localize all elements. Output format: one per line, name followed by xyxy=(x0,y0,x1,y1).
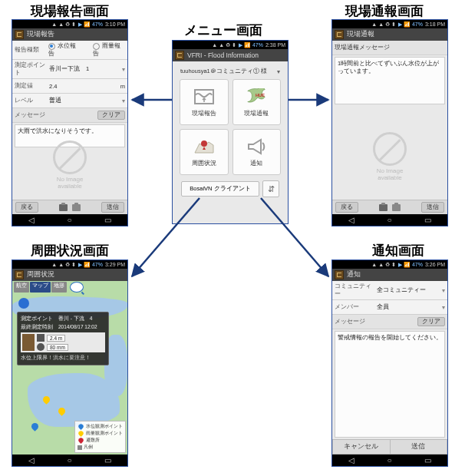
row-level[interactable]: レベル 普通 ▾ xyxy=(12,94,127,108)
row-point[interactable]: 測定ポイント 香川ー下流 1 ▾ xyxy=(12,60,127,79)
nav-back-icon[interactable]: ◁ xyxy=(348,457,355,464)
status-time: 3:18 PM xyxy=(425,21,445,27)
radio-rain[interactable]: 雨量報告 xyxy=(93,42,125,58)
radio-water[interactable]: 水位報告 xyxy=(48,42,81,58)
app-icon xyxy=(15,270,24,279)
map-tabs: 航空 マップ 地形 xyxy=(14,282,84,293)
tile-notice[interactable]: 通知 xyxy=(232,129,282,175)
row-community[interactable]: コミュニティー 全コミュニティー ▾ xyxy=(332,281,447,300)
nav-recent-icon[interactable]: ▭ xyxy=(424,217,431,224)
rain-icon xyxy=(37,343,45,351)
statusbar: ▲ ▲ ♻ ⬍ ▶ 📶 47% 3:18 PM xyxy=(332,20,447,28)
nav-recent-icon[interactable]: ▭ xyxy=(104,217,111,224)
popup-point: 測定ポイント 香川 - 下流 4 xyxy=(21,316,105,322)
status-time: 3:26 PM xyxy=(425,262,445,267)
status-time: 2:38 PM xyxy=(265,42,285,48)
menu-body: tuuhousya1＠コミュニティ① 様 ▾ 現場報告 HUE 現場通報 周囲 xyxy=(173,61,288,223)
bottom-bar: 戻る 送信 xyxy=(332,200,447,214)
phone-report: ▲ ▲ ♻ ⬍ ▶ 📶 47% 3:10 PM 現場報告 報告種類 水位報告 雨… xyxy=(12,19,128,226)
clear-button[interactable]: クリア xyxy=(417,317,445,326)
message-input[interactable]: 1時間前と比べてずいぶん水位が上がっています。 xyxy=(335,57,445,104)
popup-val1: 2.4 m xyxy=(47,335,65,342)
surround-icon xyxy=(193,137,215,156)
row-member[interactable]: メンバー 全員 ▾ xyxy=(332,300,447,315)
phone-surround: ▲ ▲ ♻ ⬍ ▶ 📶 47% 3:29 PM 周囲状況 航空 マップ 地形 測… xyxy=(12,259,128,467)
nav-home-icon[interactable]: ○ xyxy=(67,457,71,464)
camera-icon[interactable] xyxy=(72,204,81,211)
legend-item: 雨量観測ポイント xyxy=(86,430,123,437)
back-button[interactable]: 戻る xyxy=(15,202,38,213)
nav-back-icon[interactable]: ◁ xyxy=(28,457,35,464)
map-body[interactable]: 航空 マップ 地形 測定ポイント 香川 - 下流 4 最終測定時刻 2014/0… xyxy=(12,281,127,455)
statusbar: ▲ ▲ ♻ ⬍ ▶ 📶 47% 3:26 PM xyxy=(332,260,447,269)
status-icons: ▲ ▲ ♻ ⬍ xyxy=(51,262,76,268)
status-signal-icon: ▶ 📶 47% xyxy=(239,42,263,48)
menu-footer: BosaiVN クライアント ⇵ xyxy=(177,177,283,200)
tile-alert[interactable]: HUE 現場通報 xyxy=(232,79,282,125)
send-button[interactable]: 送信 xyxy=(101,202,124,213)
search-icon[interactable] xyxy=(70,282,84,293)
app-icon xyxy=(175,51,184,60)
nav-recent-icon[interactable]: ▭ xyxy=(424,457,431,464)
bottom-bar: 戻る 送信 xyxy=(12,200,127,214)
nav-home-icon[interactable]: ○ xyxy=(387,217,391,224)
cancel-button[interactable]: キャンセル xyxy=(332,439,391,455)
popup-thumb xyxy=(22,334,35,351)
nav-recent-icon[interactable]: ▭ xyxy=(104,457,111,464)
nav-back-icon[interactable]: ◁ xyxy=(28,217,35,224)
clear-button[interactable]: クリア xyxy=(97,111,125,120)
screen-title: 現場報告 xyxy=(27,30,54,39)
titlebar: 現場報告 xyxy=(12,28,127,41)
row-message-header: メッセージ クリア xyxy=(332,315,447,329)
back-button[interactable]: 戻る xyxy=(335,202,358,213)
notice-body: コミュニティー 全コミュニティー ▾ メンバー 全員 ▾ メッセージ クリア 警… xyxy=(332,281,447,455)
popup-note: 水位上限界！洪水に要注意！ xyxy=(21,355,105,362)
row-message-header: メッセージ クリア xyxy=(12,108,127,123)
gallery-icon[interactable] xyxy=(59,204,68,211)
nav-back-icon[interactable]: ◁ xyxy=(348,217,355,224)
camera-icon[interactable] xyxy=(392,204,401,211)
android-navbar: ◁ ○ ▭ xyxy=(332,214,447,226)
tile-surround[interactable]: 周囲状況 xyxy=(180,129,229,175)
notice-icon xyxy=(246,137,267,156)
popup-val2: 80 mm xyxy=(47,344,68,351)
map-legend: 水位観測ポイント 雨量観測ポイント 避難所 凡例 xyxy=(74,421,126,453)
android-navbar: ◁ ○ ▭ xyxy=(12,214,127,226)
titlebar: 周囲状況 xyxy=(12,269,127,281)
status-signal-icon: ▶ 📶 47% xyxy=(398,21,423,28)
tab-map[interactable]: マップ xyxy=(30,282,51,293)
screen-title: 通知 xyxy=(347,270,361,279)
menu-grid: 現場報告 HUE 現場通報 周囲状況 通知 xyxy=(177,77,283,177)
map-popup: 測定ポイント 香川 - 下流 4 最終測定時刻 2014/08/17 12:02… xyxy=(17,312,109,365)
label-notice: 通知画面 xyxy=(372,242,424,259)
tile-report[interactable]: 現場報告 xyxy=(180,79,229,125)
chevron-down-icon[interactable]: ▾ xyxy=(277,68,280,75)
send-button[interactable]: 送信 xyxy=(421,202,444,213)
point-label: 測定ポイント xyxy=(15,61,47,77)
android-navbar: ◁ ○ ▭ xyxy=(12,455,127,466)
message-input[interactable]: 警戒情報の報告を開始してください。 xyxy=(335,331,445,438)
noimage-text: No Image available xyxy=(377,167,404,181)
community-value: 全コミュニティー xyxy=(377,286,440,294)
level-label: レベル xyxy=(15,97,47,104)
status-time: 3:10 PM xyxy=(105,21,125,27)
row-measure[interactable]: 測定値 2.4 m xyxy=(12,79,127,94)
nav-home-icon[interactable]: ○ xyxy=(67,217,71,224)
row-type: 報告種類 水位報告 雨量報告 xyxy=(12,41,127,60)
send-button[interactable]: 送信 xyxy=(391,439,448,455)
legend-item: 水位観測ポイント xyxy=(86,423,123,430)
status-signal-icon: ▶ 📶 47% xyxy=(398,262,423,268)
noimage-icon xyxy=(53,140,87,174)
tab-aerial[interactable]: 航空 xyxy=(14,282,29,293)
nav-home-icon[interactable]: ○ xyxy=(387,457,391,464)
gallery-icon[interactable] xyxy=(379,204,388,211)
type-label: 報告種類 xyxy=(15,46,46,54)
footer-button[interactable]: BosaiVN クライアント xyxy=(181,181,259,197)
status-signal-icon: ▶ 📶 47% xyxy=(78,21,103,28)
android-navbar: ◁ ○ ▭ xyxy=(332,455,447,466)
tab-terrain[interactable]: 地形 xyxy=(51,282,67,293)
alert-icon: HUE xyxy=(246,88,267,106)
no-image-placeholder: No Image available xyxy=(332,114,447,199)
settings-icon[interactable]: ⇵ xyxy=(262,180,279,197)
phone-notice: ▲ ▲ ♻ ⬍ ▶ 📶 47% 3:26 PM 通知 コミュニティー 全コミュニ… xyxy=(331,259,448,467)
